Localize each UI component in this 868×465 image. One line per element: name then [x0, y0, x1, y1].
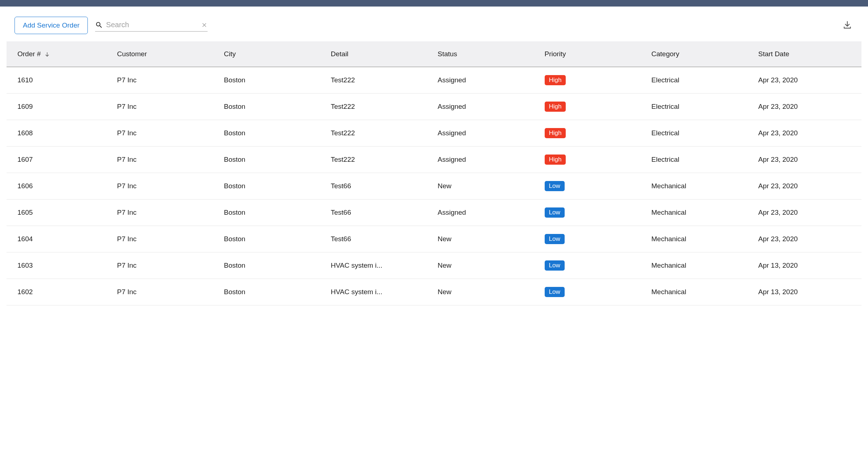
cell-start-date: Apr 23, 2020	[755, 173, 862, 199]
cell-priority: High	[541, 147, 648, 173]
cell-city: Boston	[220, 120, 327, 147]
cell-city: Boston	[220, 147, 327, 173]
service-orders-table: Order # Customer City Detail Status Prio…	[7, 41, 861, 305]
cell-category: Mechanical	[648, 279, 755, 305]
cell-order: 1602	[7, 279, 114, 305]
table-row[interactable]: 1609P7 IncBostonTest222AssignedHighElect…	[7, 94, 861, 120]
table-row[interactable]: 1605P7 IncBostonTest66AssignedLowMechani…	[7, 199, 861, 226]
cell-order: 1606	[7, 173, 114, 199]
download-icon	[843, 20, 852, 30]
cell-priority: Low	[541, 279, 648, 305]
cell-customer: P7 Inc	[114, 226, 221, 252]
cell-order: 1607	[7, 147, 114, 173]
cell-status: Assigned	[434, 147, 541, 173]
priority-badge: Low	[545, 181, 565, 191]
column-header-category[interactable]: Category	[648, 41, 755, 67]
cell-customer: P7 Inc	[114, 279, 221, 305]
cell-customer: P7 Inc	[114, 147, 221, 173]
toolbar: Add Service Order	[7, 13, 861, 41]
cell-status: Assigned	[434, 199, 541, 226]
table-row[interactable]: 1602P7 IncBostonHVAC system i...NewLowMe…	[7, 279, 861, 305]
cell-category: Electrical	[648, 67, 755, 94]
cell-customer: P7 Inc	[114, 252, 221, 279]
page-container: Add Service Order Order #	[0, 7, 868, 305]
cell-status: New	[434, 226, 541, 252]
column-header-customer[interactable]: Customer	[114, 41, 221, 67]
cell-detail: HVAC system i...	[327, 279, 434, 305]
cell-start-date: Apr 13, 2020	[755, 279, 862, 305]
cell-category: Electrical	[648, 120, 755, 147]
cell-start-date: Apr 23, 2020	[755, 67, 862, 94]
cell-priority: High	[541, 120, 648, 147]
sort-descending-icon	[44, 52, 50, 57]
cell-status: Assigned	[434, 120, 541, 147]
priority-badge: Low	[545, 207, 565, 218]
table-row[interactable]: 1603P7 IncBostonHVAC system i...NewLowMe…	[7, 252, 861, 279]
cell-priority: Low	[541, 226, 648, 252]
cell-start-date: Apr 23, 2020	[755, 147, 862, 173]
cell-category: Electrical	[648, 94, 755, 120]
search-field-wrapper	[95, 19, 208, 32]
cell-category: Mechanical	[648, 252, 755, 279]
cell-city: Boston	[220, 199, 327, 226]
column-header-detail[interactable]: Detail	[327, 41, 434, 67]
column-header-start-date[interactable]: Start Date	[755, 41, 862, 67]
search-icon	[95, 21, 103, 29]
cell-start-date: Apr 23, 2020	[755, 199, 862, 226]
table-row[interactable]: 1604P7 IncBostonTest66NewLowMechanicalAp…	[7, 226, 861, 252]
cell-customer: P7 Inc	[114, 120, 221, 147]
cell-detail: Test66	[327, 226, 434, 252]
cell-detail: HVAC system i...	[327, 252, 434, 279]
download-button[interactable]	[841, 19, 853, 32]
table-body: 1610P7 IncBostonTest222AssignedHighElect…	[7, 67, 861, 305]
cell-priority: Low	[541, 173, 648, 199]
cell-start-date: Apr 13, 2020	[755, 252, 862, 279]
table-row[interactable]: 1607P7 IncBostonTest222AssignedHighElect…	[7, 147, 861, 173]
cell-order: 1605	[7, 199, 114, 226]
priority-badge: High	[545, 75, 566, 85]
cell-status: Assigned	[434, 67, 541, 94]
priority-badge: High	[545, 155, 566, 165]
cell-status: Assigned	[434, 94, 541, 120]
cell-city: Boston	[220, 94, 327, 120]
cell-detail: Test222	[327, 94, 434, 120]
cell-city: Boston	[220, 67, 327, 94]
cell-priority: Low	[541, 252, 648, 279]
priority-badge: Low	[545, 287, 565, 297]
cell-status: New	[434, 252, 541, 279]
clear-icon[interactable]	[201, 22, 208, 28]
table-row[interactable]: 1606P7 IncBostonTest66NewLowMechanicalAp…	[7, 173, 861, 199]
cell-start-date: Apr 23, 2020	[755, 94, 862, 120]
cell-order: 1609	[7, 94, 114, 120]
column-header-priority[interactable]: Priority	[541, 41, 648, 67]
cell-category: Mechanical	[648, 226, 755, 252]
cell-category: Mechanical	[648, 173, 755, 199]
cell-start-date: Apr 23, 2020	[755, 226, 862, 252]
cell-city: Boston	[220, 226, 327, 252]
cell-detail: Test66	[327, 173, 434, 199]
cell-customer: P7 Inc	[114, 199, 221, 226]
column-header-city[interactable]: City	[220, 41, 327, 67]
table-row[interactable]: 1610P7 IncBostonTest222AssignedHighElect…	[7, 67, 861, 94]
cell-customer: P7 Inc	[114, 67, 221, 94]
column-header-status[interactable]: Status	[434, 41, 541, 67]
cell-order: 1610	[7, 67, 114, 94]
add-service-order-button[interactable]: Add Service Order	[15, 17, 88, 34]
search-input[interactable]	[106, 21, 198, 29]
cell-order: 1604	[7, 226, 114, 252]
cell-order: 1603	[7, 252, 114, 279]
table-row[interactable]: 1608P7 IncBostonTest222AssignedHighElect…	[7, 120, 861, 147]
priority-badge: Low	[545, 234, 565, 244]
column-header-order-label: Order #	[17, 50, 41, 58]
cell-detail: Test222	[327, 120, 434, 147]
cell-detail: Test222	[327, 147, 434, 173]
cell-status: New	[434, 173, 541, 199]
priority-badge: High	[545, 102, 566, 112]
column-header-order[interactable]: Order #	[7, 41, 114, 67]
priority-badge: Low	[545, 260, 565, 271]
cell-priority: Low	[541, 199, 648, 226]
cell-priority: High	[541, 94, 648, 120]
cell-detail: Test66	[327, 199, 434, 226]
cell-detail: Test222	[327, 67, 434, 94]
cell-status: New	[434, 279, 541, 305]
